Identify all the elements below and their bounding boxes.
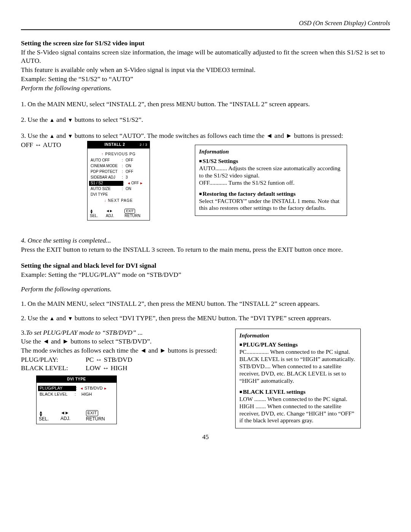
menu-item-black-level[interactable]: BLACK LEVEL : HIGH <box>40 392 113 397</box>
osd-title: INSTALL 2 <box>90 142 140 147</box>
plugplay-toggle-line: PLUG/PLAY: PC ↔ STB/DVD <box>21 356 228 364</box>
menu-item-pdp-protect[interactable]: PDP PROTECT:OFF <box>91 169 147 174</box>
down-triangle-icon: ▼ <box>68 316 73 321</box>
adj-hint: ◄►ADJ. <box>106 209 119 218</box>
s1-p3: Example: Setting the “S1/S2” to “AUTO” <box>21 75 390 83</box>
header-right-text: OSD (On Screen Display) Controls <box>299 19 390 27</box>
info-box-plugplay: Information ■PLUG/PLAY Settings PC......… <box>235 329 361 429</box>
info-off-line: OFF............ Turns the S1/S2 funtion … <box>199 179 343 187</box>
info-factory-line: Select “FACTORY” under the INSTALL 1 men… <box>199 198 343 212</box>
right-triangle-icon: ► <box>62 337 69 345</box>
right-triangle-icon: ► <box>286 132 292 139</box>
up-arrow-icon: ↑ <box>102 152 104 157</box>
info-bl-high: HIGH ....... When connected to the satel… <box>239 403 357 425</box>
osd-footer: ▲▼SEL. ◄►ADJ. EXITRETURN <box>88 207 150 220</box>
down-arrow-icon: ↓ <box>104 198 107 203</box>
s2-step3-use: Use the ◄ and ► buttons to select “STB/D… <box>21 337 228 346</box>
info-title: Information <box>199 148 343 155</box>
menu-item-s1s2-selected[interactable]: S1 / S2 : ◄ OFF ► <box>91 181 147 186</box>
s1-step4-head: 4. Once the setting is completed... <box>21 236 390 245</box>
adj-hint: ◄►ADJ. <box>61 410 78 422</box>
s1-step4-body: Press the EXIT button to return to the I… <box>21 246 390 254</box>
osd-title: DVI TYPE <box>39 377 114 382</box>
s2-step3-head: 3.3.To set PLUG/PLAY mode to “STB/DVD” .… <box>21 329 228 337</box>
up-triangle-icon: ▲ <box>49 117 55 123</box>
s2-step1: 1. On the MAIN MENU, select “INSTALL 2”,… <box>21 300 390 308</box>
sel-hint: ▲▼SEL. <box>39 410 52 422</box>
right-triangle-icon: ► <box>159 347 166 354</box>
right-arrow-icon: ► <box>140 181 143 185</box>
s1-step2: 2. Use the ▲ and ▼ buttons to select “S1… <box>21 116 390 124</box>
info-auto-line: AUTO........ Adjusts the screen size aut… <box>199 165 343 179</box>
info-sub-plugplay: ■PLUG/PLAY Settings <box>239 341 357 348</box>
s2-perform: Perform the following operations. <box>21 285 390 294</box>
osd-install2-menu: INSTALL 2 2 / 3 ↑PREVIOUS PG AUTO OFF:OF… <box>87 141 150 220</box>
mode-toggle-s1s2: OFF ↔ AUTO <box>21 141 74 149</box>
osd-title-bar: INSTALL 2 2 / 3 <box>88 141 150 149</box>
menu-item-sidebar-adj[interactable]: SIDEBAR ADJ:3 <box>91 175 147 180</box>
menu-item-plugplay-selected[interactable]: PLUG/PLAY : ◄ STB/DVD ► <box>40 386 113 391</box>
exit-hint: EXITRETURN <box>124 209 147 219</box>
s1-step1: 1. On the MAIN MENU, select “INSTALL 2”,… <box>21 100 390 109</box>
menu-item-dvi-type[interactable]: DVI TYPE <box>91 192 147 197</box>
info-plugplay-body: PC............... When connected to the … <box>239 348 357 385</box>
up-triangle-icon: ▲ <box>49 133 55 139</box>
page-header: OSD (On Screen Display) Controls <box>21 19 390 30</box>
osd-footer: ▲▼SEL. ◄►ADJ. EXITRETURN <box>37 409 116 424</box>
right-arrow-icon: ► <box>104 387 107 391</box>
osd-title-bar: DVI TYPE <box>37 376 116 383</box>
next-page-row[interactable]: ↓NEXT PAGE <box>91 198 147 203</box>
s2-step2: 2. Use the ▲ and ▼ buttons to select “DV… <box>21 314 390 323</box>
osd-page-indicator: 2 / 3 <box>140 143 147 147</box>
s2-p1: Example: Setting the “PLUG/PLAY” mode on… <box>21 271 390 279</box>
menu-item-cinema-mode[interactable]: CINEMA MODE:ON <box>91 164 147 169</box>
s2-step3-mode: The mode switches as follows each time t… <box>21 347 228 355</box>
s1-p1: If the S-Video signal contains screen si… <box>21 48 390 65</box>
info-box-s1s2: Information ■S1/S2 Settings AUTO........… <box>195 145 347 216</box>
s1-perform: Perform the following operations. <box>21 84 390 93</box>
menu-item-auto-size[interactable]: AUTO SIZE:ON <box>91 187 147 192</box>
info-sub-s1s2: ■S1/S2 Settings <box>199 158 343 165</box>
down-triangle-icon: ▼ <box>68 117 73 123</box>
sel-hint: ▲▼SEL. <box>90 209 100 218</box>
s2-heading: Setting the signal and black level for D… <box>21 262 390 270</box>
s1-step3: 3. Use the ▲ and ▼ buttons to select “AU… <box>21 132 390 140</box>
left-triangle-icon: ◄ <box>43 337 49 345</box>
info-sub-blacklevel: ■BLACK LEVEL settings <box>239 388 357 396</box>
info-title: Information <box>239 332 357 339</box>
up-triangle-icon: ▲ <box>49 316 55 321</box>
left-triangle-icon: ◄ <box>266 132 272 139</box>
left-arrow-icon: ◄ <box>80 387 83 391</box>
blacklevel-toggle-line: BLACK LEVEL: LOW ↔ HIGH <box>21 364 228 372</box>
previous-page-row[interactable]: ↑PREVIOUS PG <box>91 152 147 157</box>
down-triangle-icon: ▼ <box>68 133 73 139</box>
page-number: 45 <box>21 433 390 441</box>
exit-hint: EXITRETURN <box>86 410 114 422</box>
left-arrow-icon: ◄ <box>127 181 131 185</box>
s1-heading: Setting the screen size for S1/S2 video … <box>21 39 390 48</box>
info-sub-factory: ■Restoring the factory default settings <box>199 190 343 198</box>
info-bl-low: LOW ........ When connected to the PC si… <box>239 396 357 403</box>
left-triangle-icon: ◄ <box>140 347 147 354</box>
s1-p2: This feature is available only when an S… <box>21 66 390 74</box>
menu-item-auto-off[interactable]: AUTO OFF:OFF <box>91 158 147 163</box>
osd-dvitype-menu: DVI TYPE PLUG/PLAY : ◄ STB/DVD ► BLACK L… <box>36 375 117 424</box>
